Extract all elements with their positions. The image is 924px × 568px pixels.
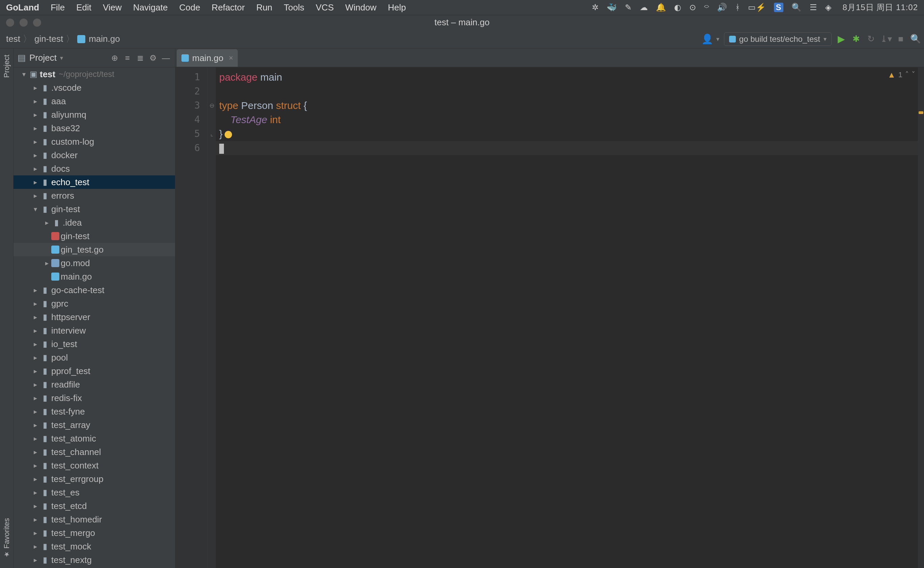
chevron-down-icon[interactable]: ▾ <box>20 70 28 78</box>
tree-item-base32[interactable]: ▸▮base32 <box>14 121 175 135</box>
fold-close-icon[interactable]: ⌞ <box>208 127 216 141</box>
siri-icon[interactable]: ◈ <box>825 3 831 12</box>
tree-item-aaa[interactable]: ▸▮aaa <box>14 94 175 108</box>
intention-bulb-icon[interactable] <box>225 131 232 138</box>
tree-item-test-es[interactable]: ▸▮test_es <box>14 486 175 499</box>
project-tool-button[interactable]: Project <box>2 52 11 80</box>
chevron-right-icon[interactable]: ▸ <box>31 381 40 388</box>
run-with-coverage-button[interactable]: ↻ <box>866 34 876 44</box>
collapse-all-icon[interactable]: ≣ <box>135 53 145 63</box>
chevron-right-icon[interactable]: ▸ <box>31 178 40 186</box>
tree-item-test-mergo[interactable]: ▸▮test_mergo <box>14 526 175 540</box>
search-everywhere-button[interactable]: 🔍 <box>910 34 921 44</box>
minimize-window-icon[interactable] <box>20 18 28 27</box>
chevron-right-icon[interactable]: ▸ <box>31 421 40 429</box>
tree-item-gin-test[interactable]: ▸gin-test <box>14 230 175 243</box>
tree-item-pprof-test[interactable]: ▸▮pprof_test <box>14 364 175 378</box>
chevron-right-icon[interactable]: ▸ <box>31 326 40 335</box>
expand-all-icon[interactable]: ≡ <box>122 53 133 63</box>
chevron-right-icon[interactable]: ▸ <box>31 367 40 375</box>
menu-edit[interactable]: Edit <box>76 2 91 13</box>
chevron-right-icon[interactable]: ▸ <box>31 542 40 550</box>
project-tree[interactable]: ▾ ▣ test ~/goproject/test ▸▮.vscode▸▮aaa… <box>14 68 175 568</box>
chevron-right-icon[interactable]: ▸ <box>31 461 40 470</box>
tree-item-test-errgroup[interactable]: ▸▮test_errgroup <box>14 472 175 486</box>
code-line[interactable]: type Person struct { <box>216 98 918 113</box>
menu-code[interactable]: Code <box>179 2 200 13</box>
tree-item-gprc[interactable]: ▸▮gprc <box>14 297 175 310</box>
code-line[interactable]: package main <box>216 70 918 84</box>
chevron-right-icon[interactable]: ▸ <box>31 286 40 294</box>
breadcrumb-test[interactable]: test <box>6 34 20 44</box>
menu-view[interactable]: View <box>103 2 122 13</box>
close-icon[interactable]: × <box>229 54 233 62</box>
code-line-current[interactable] <box>216 141 918 155</box>
tree-item-test-homedir[interactable]: ▸▮test_homedir <box>14 513 175 526</box>
chevron-right-icon[interactable]: ▸ <box>31 151 40 159</box>
tree-item-test-nextg[interactable]: ▸▮test_nextg <box>14 553 175 566</box>
breadcrumb-gin-test[interactable]: gin-test <box>35 34 63 44</box>
close-window-icon[interactable] <box>6 18 14 27</box>
chevron-right-icon[interactable]: ▸ <box>31 110 40 119</box>
menu-vcs[interactable]: VCS <box>316 2 334 13</box>
chevron-right-icon[interactable]: ▸ <box>31 556 40 564</box>
select-opened-file-icon[interactable]: ⊕ <box>110 53 120 63</box>
spotlight-icon[interactable]: 🔍 <box>791 3 802 12</box>
code-line[interactable]: TestAge int <box>216 113 918 127</box>
clock[interactable]: 8月15日 周日 11:02 <box>843 2 918 13</box>
line-number[interactable]: 6 <box>175 141 207 155</box>
line-number[interactable]: 3 <box>175 98 207 113</box>
chevron-right-icon[interactable]: ▸ <box>31 192 40 200</box>
code-line[interactable] <box>216 84 918 98</box>
favorites-tool-button[interactable]: ★ Favorites <box>2 515 11 561</box>
run-configuration-selector[interactable]: go build test/echo_test ▾ <box>724 32 832 46</box>
chevron-right-icon[interactable]: ▸ <box>42 219 51 227</box>
chevron-down-icon[interactable]: ▾ <box>716 35 719 43</box>
traffic-lights[interactable] <box>0 18 88 27</box>
chevron-right-icon[interactable]: ▸ <box>31 165 40 173</box>
chevron-right-icon[interactable]: ▸ <box>31 340 40 348</box>
chevron-down-icon[interactable]: ▾ <box>31 205 40 213</box>
breadcrumb-main-go[interactable]: main.go <box>89 34 120 44</box>
chevron-right-icon[interactable]: ▸ <box>42 259 51 267</box>
bell-icon[interactable]: 🔔 <box>656 3 666 12</box>
brush-icon[interactable]: ✎ <box>625 3 632 12</box>
menu-navigate[interactable]: Navigate <box>133 2 168 13</box>
chevron-right-icon[interactable]: ▸ <box>31 448 40 456</box>
tree-item-test-array[interactable]: ▸▮test_array <box>14 418 175 432</box>
warning-marker[interactable] <box>919 111 923 114</box>
sogou-icon[interactable]: S <box>774 3 784 12</box>
tree-item-test-atomic[interactable]: ▸▮test_atomic <box>14 432 175 445</box>
debug-button[interactable]: ✱ <box>851 34 861 44</box>
chevron-right-icon[interactable]: ▸ <box>31 488 40 497</box>
tree-item-gin-test-go[interactable]: ▸gin_test.go <box>14 243 175 256</box>
tree-root[interactable]: ▾ ▣ test ~/goproject/test <box>14 68 175 81</box>
zoom-window-icon[interactable] <box>33 18 41 27</box>
chevron-right-icon[interactable]: ▸ <box>31 137 40 146</box>
error-stripe[interactable] <box>918 68 924 568</box>
tree-item-gin-test[interactable]: ▾▮gin-test <box>14 202 175 216</box>
menu-file[interactable]: File <box>51 2 65 13</box>
tree-item-httpserver[interactable]: ▸▮httpserver <box>14 310 175 324</box>
chevron-right-icon[interactable]: ▸ <box>31 408 40 415</box>
volume-icon[interactable]: 🔊 <box>717 3 727 12</box>
bluetooth-icon[interactable]: ᚼ <box>735 3 740 12</box>
tree-item-test-mock[interactable]: ▸▮test_mock <box>14 540 175 553</box>
tree-item-interview[interactable]: ▸▮interview <box>14 324 175 337</box>
chevron-right-icon[interactable]: ▸ <box>31 475 40 483</box>
hide-tool-icon[interactable]: — <box>161 53 171 63</box>
tree-item-readfile[interactable]: ▸▮readfile <box>14 378 175 391</box>
menu-help[interactable]: Help <box>388 2 406 13</box>
menu-run[interactable]: Run <box>256 2 272 13</box>
chevron-right-icon[interactable]: ▸ <box>31 353 40 362</box>
tree-item-aliyunmq[interactable]: ▸▮aliyunmq <box>14 108 175 121</box>
tree-item-custom-log[interactable]: ▸▮custom-log <box>14 135 175 148</box>
tree-item-go-cache-test[interactable]: ▸▮go-cache-test <box>14 283 175 297</box>
tree-item-go-mod[interactable]: ▸go.mod <box>14 256 175 270</box>
docker-icon[interactable]: 🐳 <box>607 3 617 12</box>
menu-window[interactable]: Window <box>345 2 376 13</box>
menu-refactor[interactable]: Refactor <box>212 2 245 13</box>
tree-item-io-test[interactable]: ▸▮io_test <box>14 337 175 351</box>
project-view-label[interactable]: Project <box>29 53 57 63</box>
fold-open-icon[interactable]: ⊖ <box>208 98 216 113</box>
